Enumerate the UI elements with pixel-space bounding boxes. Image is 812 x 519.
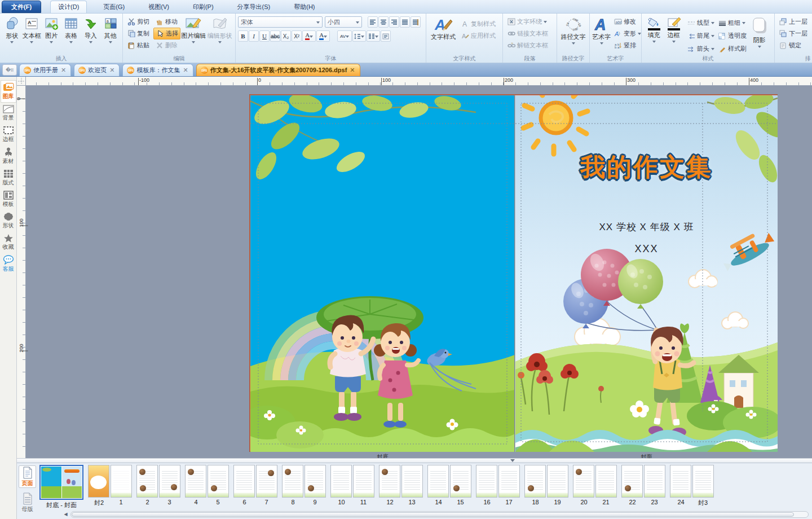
pages-mode-button[interactable]: 页面 [19, 465, 36, 488]
align-distribute-button[interactable] [411, 16, 421, 28]
underline-color-button[interactable]: A [302, 30, 316, 42]
arrow-head-button[interactable]: 箭头 [685, 43, 716, 55]
apply-style-button[interactable]: A应用样式 [459, 30, 497, 42]
text-wrap-button[interactable]: 文字环绕 [505, 16, 550, 28]
thumbnail-spread[interactable]: 1617 [476, 465, 520, 505]
cover-school-line[interactable]: XX 学校 X 年级 X 班 [515, 221, 778, 234]
close-icon[interactable]: ✕ [182, 67, 188, 74]
scroll-left-arrow-icon[interactable]: ◀ [62, 511, 69, 518]
border-button[interactable]: 边框 [664, 15, 683, 43]
doc-tab-manual[interactable]: DPS 使用手册 ✕ [19, 64, 71, 76]
paste-button[interactable]: 粘贴 [125, 39, 151, 51]
font-color-button[interactable]: A [316, 30, 330, 42]
fill-button[interactable]: 填充 [644, 15, 664, 43]
sidebar-item-material[interactable]: 素材 [1, 145, 16, 167]
scrollbar-track[interactable] [70, 511, 809, 518]
align-justify-button[interactable] [400, 16, 410, 28]
move-button[interactable]: 移动 [153, 16, 180, 28]
edit-shape-button[interactable]: 编辑形状 [207, 15, 233, 43]
close-icon[interactable]: ✕ [109, 67, 115, 74]
canvas-horizontal-scrollbar[interactable] [17, 458, 812, 463]
master-mode-button[interactable]: 母版 [19, 491, 36, 514]
image-edit-button[interactable]: 图片编辑 [180, 15, 207, 43]
arrow-tail-button[interactable]: 箭尾 [685, 30, 716, 42]
close-icon[interactable]: ✕ [60, 67, 67, 74]
sidebar-item-shape[interactable]: 形状 [1, 210, 16, 231]
copy-button[interactable]: 复制 [125, 28, 151, 39]
strikethrough-button[interactable]: abc [270, 30, 280, 42]
font-family-select[interactable]: 宋体 [238, 16, 323, 28]
sidebar-item-border[interactable]: 边框 [1, 124, 16, 145]
thumbnail-spread[interactable]: 1011 [330, 465, 374, 505]
cover-spread[interactable]: 我的作文集 XX 学校 X 年级 X 班 XXX 封底 封面 [250, 95, 777, 451]
thumbnail-spread[interactable]: 89 [282, 465, 326, 505]
link-textbox-button[interactable]: 链接文本框 [505, 28, 550, 39]
thumbnail-spread[interactable]: 1213 [379, 465, 423, 505]
thumbnail-spread[interactable]: 1415 [427, 465, 471, 505]
insert-other-button[interactable]: B 其他 [100, 15, 120, 43]
path-text-button[interactable]: capcapcaca 路径文字 [559, 15, 587, 45]
menu-tab-help[interactable]: 帮助(H) [286, 1, 322, 13]
close-icon[interactable]: ✕ [349, 67, 355, 74]
sidebar-item-gallery[interactable]: 图库 [1, 80, 16, 103]
font-size-select[interactable]: 小四 [325, 16, 362, 28]
columns-button[interactable] [367, 30, 380, 42]
file-menu-button[interactable]: 文件(F) [2, 1, 41, 13]
thumbnail-spread[interactable]: 67 [233, 465, 277, 505]
opacity-button[interactable]: 透明度 [716, 30, 748, 42]
thumbnail-spread[interactable]: 封21 [88, 465, 132, 507]
line-spacing-button[interactable] [352, 30, 366, 42]
thumbnail-cover-spread[interactable]: 封底 - 封面 [39, 465, 83, 509]
line-type-button[interactable]: 线型 [685, 17, 716, 29]
send-backward-button[interactable]: 下一层 [777, 28, 809, 39]
art-modify-button[interactable]: abc修改 [612, 16, 643, 28]
style-brush-button[interactable]: 样式刷 [716, 43, 748, 55]
superscript-button[interactable]: X² [292, 30, 302, 42]
sidebar-item-support[interactable]: 客服 [1, 253, 16, 275]
thickness-button[interactable]: 粗细 [716, 17, 747, 29]
italic-button[interactable]: I [249, 30, 259, 42]
art-vertical-button[interactable]: a bb a竖排 [612, 39, 643, 51]
cover-name-line[interactable]: XXX [515, 243, 778, 255]
bring-forward-button[interactable]: 上一层 [777, 16, 809, 28]
align-left-button[interactable] [368, 16, 378, 28]
thumbnail-spread[interactable]: 2223 [621, 465, 665, 505]
align-center-button[interactable] [378, 16, 389, 28]
insert-shape-button[interactable]: 形状 [2, 15, 22, 43]
sidebar-item-layout[interactable]: 版式 [1, 167, 16, 188]
copy-style-button[interactable]: A复制样式 [459, 18, 497, 30]
thumbnail-spread[interactable]: 2021 [573, 465, 617, 505]
paragraph-settings-button[interactable] [381, 30, 391, 42]
subscript-button[interactable]: X₂ [281, 30, 291, 42]
cover-title[interactable]: 我的作文集 [515, 151, 778, 184]
char-spacing-button[interactable]: AV [337, 30, 352, 42]
doc-tab-essay-collection[interactable]: DPS 作文集-大16开软皮平装-作文集200709-1206.dpsf ✕ [196, 64, 360, 76]
menu-tab-share-export[interactable]: 分享导出(S) [230, 1, 278, 13]
sidebar-item-template[interactable]: 模板 [1, 188, 16, 210]
menu-tab-page[interactable]: 页面(G) [96, 1, 132, 13]
thumbnail-scrollbar[interactable]: ◀ [62, 511, 809, 518]
underline-button[interactable]: U [259, 30, 270, 42]
shadow-button[interactable]: 阴影 [749, 15, 769, 48]
art-text-button[interactable]: A 艺术字 [592, 15, 611, 45]
front-cover-page[interactable] [515, 95, 778, 452]
thumbnail-spread[interactable]: 24封3 [670, 465, 714, 507]
sidebar-item-favorites[interactable]: 收藏 [1, 231, 16, 253]
insert-picture-button[interactable]: 图片 [42, 15, 61, 43]
unlink-textbox-button[interactable]: 解链文本框 [505, 39, 550, 51]
select-button[interactable]: 选择 [153, 28, 180, 39]
delete-button[interactable]: 删除 [153, 39, 180, 51]
menu-tab-print[interactable]: 印刷(P) [186, 1, 221, 13]
menu-tab-view[interactable]: 视图(V) [141, 1, 176, 13]
bold-button[interactable]: B [238, 30, 248, 42]
insert-table-button[interactable]: 表格 [61, 15, 81, 43]
lock-button[interactable]: 锁定 [777, 39, 809, 51]
align-right-button[interactable] [389, 16, 399, 28]
back-cover-page[interactable] [250, 95, 515, 452]
collapse-panel-button[interactable]: �II [2, 64, 17, 76]
doc-tab-welcome[interactable]: DPS 欢迎页 ✕ [74, 64, 120, 76]
sidebar-item-background[interactable]: 背景 [1, 103, 16, 124]
import-button[interactable]: 导入 [81, 15, 100, 43]
thumbnail-spread[interactable]: 23 [136, 465, 180, 505]
cut-button[interactable]: 剪切 [125, 16, 151, 28]
